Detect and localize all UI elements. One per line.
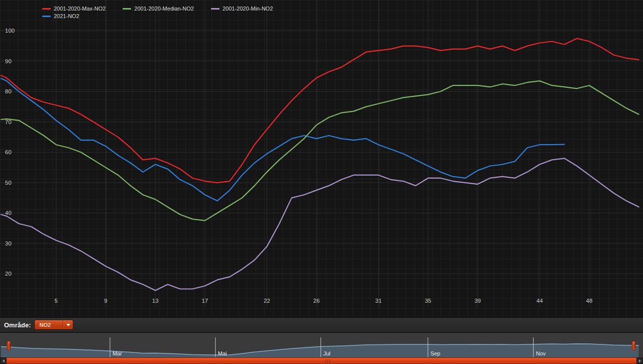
x-axis-label: 26 bbox=[313, 298, 320, 304]
navigator-month-label: Mai bbox=[218, 350, 227, 356]
scrollbar-grip-icon[interactable] bbox=[325, 359, 331, 363]
legend-label: 2021-NO2 bbox=[54, 13, 79, 20]
x-axis-label: 35 bbox=[425, 298, 432, 304]
legend-label: 2001-2020-Max-NO2 bbox=[54, 5, 105, 13]
legend-label: 2001-2020-Min-NO2 bbox=[223, 5, 273, 13]
x-axis-label: 39 bbox=[474, 298, 481, 304]
y-axis-label: 100 bbox=[5, 28, 15, 34]
legend-item[interactable]: 2001-2020-Min-NO2 bbox=[211, 5, 273, 13]
y-axis-label: 50 bbox=[5, 180, 12, 186]
x-axis-label: 44 bbox=[537, 298, 543, 304]
y-axis-label: 70 bbox=[5, 119, 12, 125]
legend-item[interactable]: 2001-2020-Median-NO2 bbox=[123, 5, 194, 13]
arrow-right-icon bbox=[639, 359, 641, 362]
legend-swatch-icon bbox=[42, 16, 51, 17]
y-axis-label: 80 bbox=[5, 88, 12, 94]
legend-row-2: 2021-NO2 bbox=[42, 13, 273, 20]
area-selector-bar: Område: NO2 bbox=[0, 317, 643, 332]
x-axis-label: 13 bbox=[152, 298, 159, 304]
navigator-month-label: Jul bbox=[324, 350, 331, 356]
x-axis-label: 31 bbox=[375, 298, 382, 304]
legend-row-1: 2001-2020-Max-NO22001-2020-Median-NO2200… bbox=[42, 5, 273, 13]
chevron-down-icon bbox=[66, 324, 70, 326]
scrollbar-track[interactable] bbox=[7, 357, 636, 364]
x-axis-label: 9 bbox=[104, 298, 107, 304]
app-window: 100908070605040302059131722263135394448 … bbox=[0, 0, 643, 364]
legend-swatch-icon bbox=[211, 8, 220, 10]
x-axis-label: 17 bbox=[201, 298, 208, 304]
navigator-canvas: MarMaiJulSepNov bbox=[0, 333, 643, 358]
series-line-2001-2020-Max-NO2 bbox=[1, 38, 639, 182]
navigator-right-handle[interactable] bbox=[632, 341, 635, 350]
x-axis-label: 5 bbox=[55, 298, 58, 304]
chart-legend: 2001-2020-Max-NO22001-2020-Median-NO2200… bbox=[42, 5, 273, 20]
navigator-month-label: Nov bbox=[536, 350, 546, 356]
series-line-2001-2020-Median-NO2 bbox=[1, 81, 639, 220]
legend-label: 2001-2020-Median-NO2 bbox=[134, 5, 194, 13]
legend-item[interactable]: 2021-NO2 bbox=[42, 13, 79, 20]
area-dropdown[interactable]: NO2 bbox=[34, 320, 73, 330]
chart-canvas: 100908070605040302059131722263135394448 bbox=[0, 0, 643, 317]
navigator-month-label: Mar bbox=[113, 350, 122, 356]
y-axis-label: 90 bbox=[5, 58, 12, 64]
arrow-left-icon bbox=[3, 359, 5, 362]
y-axis-label: 20 bbox=[5, 271, 12, 277]
area-selector-label: Område: bbox=[4, 321, 31, 329]
major-gridlines bbox=[0, 0, 643, 307]
navigator-month-label: Sep bbox=[431, 350, 441, 356]
y-axis-label: 30 bbox=[5, 240, 12, 247]
axis-labels: 100908070605040302059131722263135394448 bbox=[5, 28, 592, 304]
x-axis-label: 48 bbox=[586, 298, 593, 304]
x-axis-label: 22 bbox=[264, 298, 270, 304]
y-axis-label: 40 bbox=[5, 210, 12, 216]
series-line-2001-2020-Min-NO2 bbox=[1, 158, 639, 290]
main-chart: 100908070605040302059131722263135394448 … bbox=[0, 0, 643, 317]
range-navigator[interactable]: MarMaiJulSepNov bbox=[0, 332, 643, 357]
area-dropdown-arrow-box[interactable] bbox=[63, 320, 73, 329]
chart-scrollbar bbox=[0, 357, 643, 364]
legend-swatch-icon bbox=[123, 8, 131, 10]
navigator-left-handle[interactable] bbox=[7, 341, 11, 350]
legend-item[interactable]: 2001-2020-Max-NO2 bbox=[42, 5, 105, 13]
area-dropdown-value: NO2 bbox=[35, 320, 63, 329]
scrollbar-right-button[interactable] bbox=[636, 357, 643, 364]
scrollbar-left-button[interactable] bbox=[0, 357, 7, 364]
y-axis-label: 60 bbox=[5, 149, 12, 155]
legend-swatch-icon bbox=[42, 8, 51, 10]
